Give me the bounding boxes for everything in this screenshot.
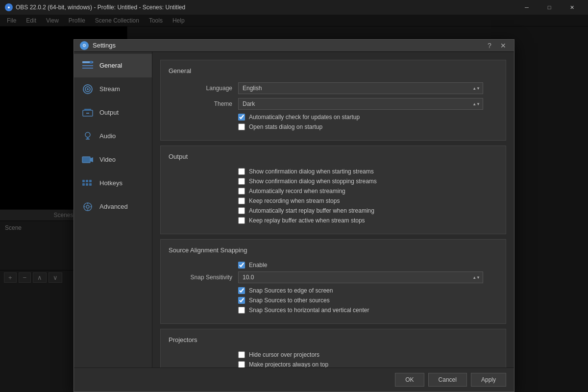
always-on-top-checkbox[interactable] <box>238 361 245 368</box>
svg-point-10 <box>85 132 90 137</box>
nav-advanced-label: Advanced <box>99 203 128 210</box>
close-button[interactable]: ✕ <box>561 0 583 15</box>
snap-edge-checkbox[interactable] <box>238 287 245 294</box>
settings-footer: OK Cancel Apply <box>74 368 514 392</box>
snapping-enable-label: Enable <box>249 262 267 269</box>
svg-rect-2 <box>82 68 93 69</box>
snap-sensitivity-input[interactable]: 10.0 <box>238 271 483 283</box>
confirm-start-row: Show confirmation dialog when starting s… <box>238 168 498 175</box>
hide-cursor-label: Hide cursor over projectors <box>249 351 319 358</box>
hotkeys-icon <box>81 176 95 190</box>
snap-center-checkbox[interactable] <box>238 307 245 314</box>
snap-edge-row: Snap Sources to edge of screen <box>238 287 498 294</box>
auto-update-label: Automatically check for updates on start… <box>249 114 360 121</box>
app-icon: ● <box>5 3 13 11</box>
settings-window: ⚙ Settings ? ✕ <box>74 39 514 392</box>
nav-hotkeys-label: Hotkeys <box>99 179 122 187</box>
nav-audio-label: Audio <box>99 132 116 140</box>
settings-overlay: ⚙ Settings ? ✕ <box>0 15 588 392</box>
confirm-start-checkbox[interactable] <box>238 168 245 175</box>
auto-record-row: Automatically record when streaming <box>238 188 498 195</box>
settings-close-button[interactable]: ✕ <box>498 41 508 50</box>
settings-content: General Language English Theme <box>152 52 514 368</box>
nav-item-stream[interactable]: Stream <box>74 77 152 101</box>
svg-point-22 <box>86 205 89 208</box>
auto-record-label: Automatically record when streaming <box>249 188 345 195</box>
svg-rect-20 <box>89 183 92 186</box>
replay-active-label: Keep replay buffer active when stream st… <box>249 217 365 224</box>
settings-icon: ⚙ <box>80 41 89 50</box>
auto-record-checkbox[interactable] <box>238 188 245 195</box>
confirm-start-label: Show confirmation dialog when starting s… <box>249 168 374 175</box>
svg-rect-1 <box>82 65 93 66</box>
svg-point-3 <box>90 61 93 64</box>
nav-output-label: Output <box>99 109 119 116</box>
nav-item-output[interactable]: Output <box>74 101 152 124</box>
keep-recording-checkbox[interactable] <box>238 197 245 204</box>
section-projectors: Projectors Hide cursor over projectors M… <box>160 329 506 368</box>
nav-item-advanced[interactable]: Advanced <box>74 195 152 219</box>
advanced-icon <box>81 200 95 214</box>
snap-sensitivity-row: Snap Sensitivity 10.0 <box>169 271 498 283</box>
maximize-button[interactable]: □ <box>538 0 561 15</box>
keep-recording-row: Keep recording when stream stops <box>238 197 498 204</box>
audio-icon <box>81 129 95 143</box>
snap-sources-label: Snap Sources to other sources <box>249 297 330 304</box>
nav-general-label: General <box>99 62 122 69</box>
replay-active-row: Keep replay buffer active when stream st… <box>238 217 498 224</box>
replay-buffer-checkbox[interactable] <box>238 207 245 214</box>
theme-select[interactable]: Dark <box>238 98 483 110</box>
nav-item-video[interactable]: Video <box>74 148 152 172</box>
hide-cursor-row: Hide cursor over projectors <box>238 351 498 358</box>
snapping-enable-checkbox[interactable] <box>238 262 245 269</box>
section-snapping: Source Alignment Snapping Enable Snap Se… <box>160 239 506 324</box>
replay-buffer-label: Automatically start replay buffer when s… <box>249 207 374 214</box>
theme-label: Theme <box>169 100 232 107</box>
open-stats-checkbox[interactable] <box>238 123 245 130</box>
ok-button[interactable]: OK <box>395 373 424 387</box>
svg-point-6 <box>87 88 89 90</box>
language-select-wrapper: English <box>238 82 483 94</box>
confirm-stop-checkbox[interactable] <box>238 178 245 185</box>
nav-item-hotkeys[interactable]: Hotkeys <box>74 172 152 195</box>
section-general: General Language English Theme <box>160 60 506 141</box>
snap-sources-row: Snap Sources to other sources <box>238 297 498 304</box>
section-projectors-title: Projectors <box>169 336 498 345</box>
snap-sensitivity-control: 10.0 <box>238 271 498 283</box>
title-bar-controls: ─ □ ✕ <box>515 0 583 15</box>
nav-item-general[interactable]: General <box>74 54 152 77</box>
svg-rect-8 <box>84 109 91 111</box>
language-label: Language <box>169 85 232 92</box>
section-output: Output Show confirmation dialog when sta… <box>160 146 506 234</box>
svg-rect-17 <box>89 180 92 182</box>
snap-sources-checkbox[interactable] <box>238 297 245 304</box>
minimize-button[interactable]: ─ <box>515 0 538 15</box>
settings-help-button[interactable]: ? <box>485 41 494 50</box>
svg-rect-15 <box>82 180 85 182</box>
settings-title-controls: ? ✕ <box>485 41 508 50</box>
open-stats-row: Open stats dialog on startup <box>238 123 498 130</box>
cancel-button[interactable]: Cancel <box>428 373 467 387</box>
svg-marker-14 <box>90 157 93 162</box>
svg-rect-16 <box>86 180 88 182</box>
nav-item-audio[interactable]: Audio <box>74 124 152 148</box>
language-select[interactable]: English <box>238 82 483 94</box>
replay-active-checkbox[interactable] <box>238 217 245 224</box>
hide-cursor-checkbox[interactable] <box>238 351 245 358</box>
snap-sensitivity-wrapper: 10.0 <box>238 271 483 283</box>
general-icon <box>81 59 95 73</box>
theme-row: Theme Dark <box>169 98 498 110</box>
snapping-enable-row: Enable <box>238 262 498 269</box>
video-icon <box>81 153 95 167</box>
svg-rect-18 <box>82 183 85 186</box>
title-bar-text: OBS 22.0.2 (64-bit, windows) - Profile: … <box>16 4 515 11</box>
settings-title-text: Settings <box>93 42 485 49</box>
snap-center-label: Snap Sources to horizontal and vertical … <box>249 307 369 314</box>
theme-control: Dark <box>238 98 498 110</box>
apply-button[interactable]: Apply <box>471 373 506 387</box>
open-stats-label: Open stats dialog on startup <box>249 123 322 130</box>
confirm-stop-label: Show confirmation dialog when stopping s… <box>249 178 377 185</box>
auto-update-checkbox[interactable] <box>238 114 245 121</box>
always-on-top-label: Make projectors always on top <box>249 361 328 368</box>
auto-update-row: Automatically check for updates on start… <box>238 114 498 121</box>
